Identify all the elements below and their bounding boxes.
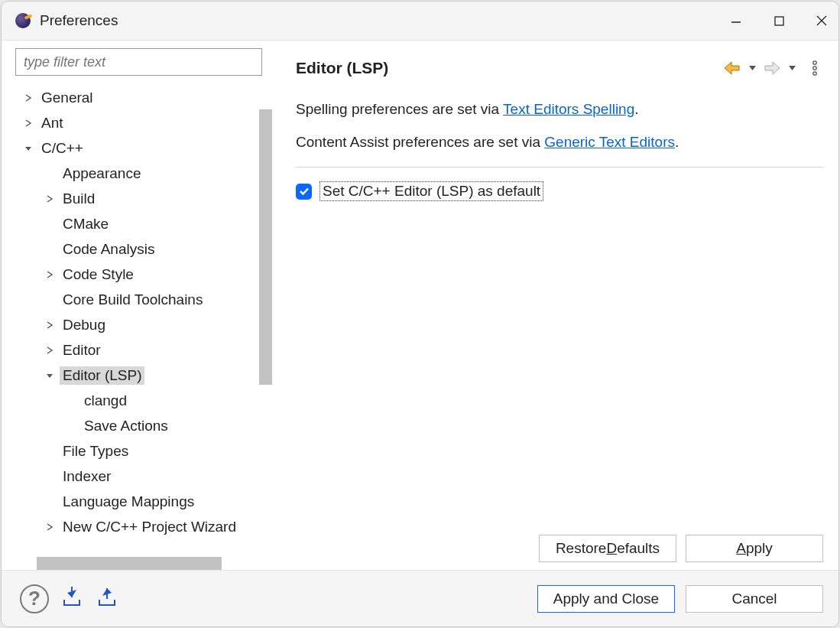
default-editor-checkbox-label: Set C/C++ Editor (LSP) as default: [319, 181, 543, 201]
minimize-icon: [730, 15, 742, 27]
back-dropdown[interactable]: [747, 66, 757, 70]
tree-item-label: Core Build Toolchains: [60, 291, 206, 309]
expander-spacer: [64, 419, 78, 433]
import-icon: [60, 587, 84, 608]
chevron-right-icon[interactable]: [21, 91, 35, 105]
default-editor-checkbox[interactable]: [296, 184, 312, 200]
minimize-button[interactable]: [725, 10, 747, 31]
horizontal-scrollbar-thumb[interactable]: [37, 557, 222, 570]
tree-item[interactable]: Debug: [5, 312, 273, 337]
svg-point-4: [813, 61, 816, 64]
window-title: Preferences: [40, 12, 725, 29]
tree-item-label: File Types: [60, 442, 131, 460]
tree-item[interactable]: Save Actions: [5, 413, 273, 438]
preferences-tree: GeneralAntC/C++AppearanceBuildCMakeCode …: [2, 85, 273, 539]
eclipse-icon: [15, 13, 31, 28]
tree-item[interactable]: Editor (LSP): [5, 363, 273, 388]
tree-item-label: CMake: [60, 215, 112, 233]
dialog-footer: ? Apply and Close Cancel: [2, 570, 838, 626]
tree-item[interactable]: Build: [5, 186, 273, 211]
tree-item-label: Code Analysis: [60, 240, 157, 259]
chevron-down-icon: [749, 66, 756, 70]
restore-defaults-button[interactable]: Restore Defaults: [539, 535, 676, 562]
back-button[interactable]: [721, 57, 744, 79]
tree-item-label: Editor: [60, 341, 104, 360]
maximize-button[interactable]: [768, 10, 790, 31]
filter-input[interactable]: [15, 48, 262, 76]
maximize-icon: [774, 15, 785, 27]
tree-item-label: Ant: [38, 114, 66, 132]
tree-item[interactable]: C/C++: [5, 135, 273, 161]
tree-item[interactable]: Code Style: [5, 262, 273, 287]
export-button[interactable]: [95, 587, 119, 610]
svg-point-6: [813, 72, 816, 75]
tree-scroll: GeneralAntC/C++AppearanceBuildCMakeCode …: [2, 80, 273, 557]
tree-item-label: C/C++: [38, 139, 86, 158]
chevron-right-icon[interactable]: [43, 343, 57, 357]
kebab-icon: [812, 60, 818, 76]
expander-spacer: [43, 167, 57, 181]
text-editors-spelling-link[interactable]: Text Editors Spelling: [503, 101, 634, 117]
tree-item-label: Code Style: [60, 265, 137, 284]
svg-rect-1: [775, 17, 783, 25]
tree-item[interactable]: Editor: [5, 337, 273, 363]
vertical-scrollbar-thumb[interactable]: [259, 109, 272, 385]
left-panel: GeneralAntC/C++AppearanceBuildCMakeCode …: [2, 41, 273, 570]
tree-item[interactable]: New C/C++ Project Wizard: [5, 514, 273, 539]
tree-item[interactable]: clangd: [5, 388, 273, 413]
tree-item-label: Save Actions: [81, 417, 171, 435]
tree-item[interactable]: File Types: [5, 438, 273, 464]
forward-button[interactable]: [761, 57, 783, 79]
tree-item[interactable]: Language Mappings: [5, 489, 273, 514]
forward-dropdown[interactable]: [786, 66, 797, 70]
tree-item-label: Indexer: [60, 467, 114, 486]
tree-item[interactable]: General: [5, 85, 273, 110]
import-button[interactable]: [60, 587, 84, 610]
preferences-dialog: Preferences GeneralAntC/C++AppearanceBui…: [1, 1, 839, 627]
expander-spacer: [43, 444, 57, 458]
tree-item-label: Debug: [60, 316, 109, 334]
close-button[interactable]: [811, 10, 832, 31]
expander-spacer: [43, 242, 57, 256]
chevron-right-icon[interactable]: [43, 268, 57, 281]
chevron-right-icon[interactable]: [43, 318, 57, 332]
tree-item-label: Language Mappings: [60, 493, 197, 511]
tree-item[interactable]: Appearance: [5, 161, 273, 186]
tree-item[interactable]: Indexer: [5, 464, 273, 489]
chevron-down-icon[interactable]: [43, 369, 57, 382]
help-button[interactable]: ?: [20, 584, 49, 613]
chevron-down-icon[interactable]: [21, 142, 35, 155]
arrow-right-icon: [762, 60, 782, 76]
apply-and-close-button[interactable]: Apply and Close: [537, 585, 675, 613]
expander-spacer: [43, 293, 57, 307]
tree-item-label: Appearance: [60, 164, 144, 183]
content-header: Editor (LSP): [296, 50, 823, 86]
assist-prefix: Content Assist preferences are set via: [296, 134, 544, 150]
panel-buttons: Restore Defaults Apply: [296, 521, 823, 570]
chevron-right-icon[interactable]: [43, 520, 57, 534]
dialog-body: GeneralAntC/C++AppearanceBuildCMakeCode …: [2, 40, 838, 570]
generic-text-editors-link[interactable]: Generic Text Editors: [544, 134, 675, 150]
expander-spacer: [64, 394, 78, 408]
chevron-right-icon[interactable]: [43, 192, 57, 206]
tree-item[interactable]: Ant: [5, 110, 273, 135]
window-controls: [725, 10, 832, 31]
nav-buttons: [721, 57, 823, 79]
chevron-right-icon[interactable]: [21, 116, 35, 130]
tree-item-label: Editor (LSP): [60, 366, 144, 385]
export-icon: [95, 587, 119, 608]
svg-point-5: [813, 67, 816, 70]
separator: [296, 167, 823, 168]
footer-buttons: Apply and Close Cancel: [537, 585, 823, 613]
tree-item-label: Build: [60, 190, 98, 208]
content-panel: Editor (LSP): [273, 41, 838, 570]
view-menu-button[interactable]: [806, 60, 823, 76]
tree-item[interactable]: Code Analysis: [5, 236, 273, 262]
tree-item[interactable]: CMake: [5, 211, 273, 236]
horizontal-scrollbar[interactable]: [15, 557, 262, 570]
apply-button[interactable]: Apply: [686, 535, 823, 562]
close-icon: [816, 15, 828, 27]
cancel-button[interactable]: Cancel: [686, 585, 823, 613]
chevron-down-icon: [789, 66, 796, 70]
tree-item[interactable]: Core Build Toolchains: [5, 287, 273, 312]
